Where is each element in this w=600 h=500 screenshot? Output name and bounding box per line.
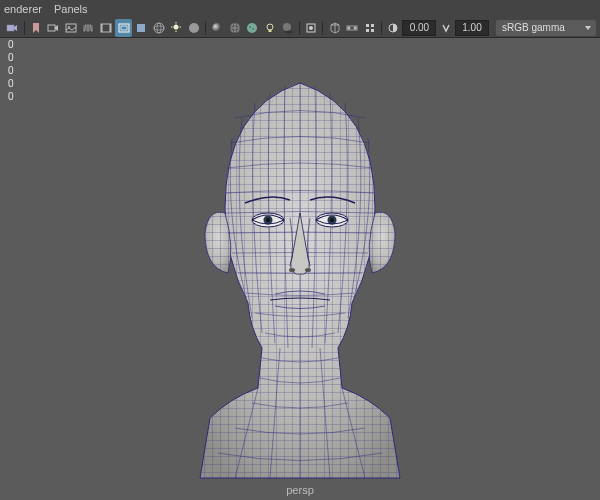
resolution-gate-icon[interactable] [115,19,132,37]
toolbar-divider [322,21,323,35]
shading-wireframe-icon[interactable] [150,19,167,37]
svg-rect-2 [48,25,55,31]
svg-point-31 [348,26,351,29]
svg-rect-7 [101,24,103,32]
svg-point-45 [305,268,311,272]
svg-point-16 [189,23,199,33]
toolbar-divider [205,21,206,35]
stat-value: 0 [8,90,14,103]
stat-value: 0 [8,38,14,51]
svg-rect-35 [366,29,369,32]
stat-value: 0 [8,64,14,77]
image-plane-icon[interactable] [63,19,80,37]
grid-icon[interactable] [80,19,97,37]
svg-rect-10 [121,26,127,30]
stat-value: 0 [8,77,14,90]
svg-marker-1 [14,25,17,31]
xray-joints-icon[interactable] [344,19,361,37]
svg-point-13 [154,26,164,30]
svg-point-26 [283,23,291,31]
svg-rect-0 [7,25,14,31]
svg-point-17 [212,23,222,33]
svg-rect-11 [137,24,145,32]
mesh-head-wireframe [140,48,460,488]
component-icon[interactable] [361,19,378,37]
svg-point-40 [266,218,270,222]
exposure-field[interactable] [402,20,436,36]
textured-icon[interactable] [244,19,261,37]
smooth-shade-icon[interactable] [209,19,226,37]
svg-point-15 [174,24,179,29]
camera-attr-icon[interactable] [45,19,62,37]
svg-point-44 [289,268,295,272]
select-camera-icon[interactable] [4,19,21,37]
svg-rect-33 [366,24,369,27]
menu-renderer[interactable]: enderer [4,3,42,15]
svg-rect-34 [371,24,374,27]
svg-rect-25 [269,30,272,32]
gamma-field[interactable] [455,20,489,36]
xray-icon[interactable] [326,19,343,37]
svg-point-24 [267,24,273,30]
viewport-stats: 0 0 0 0 0 [8,38,14,103]
camera-label: persp [286,484,314,496]
svg-rect-22 [249,26,251,28]
svg-rect-36 [371,29,374,32]
toolbar-divider [381,21,382,35]
viewport[interactable]: 0 0 0 0 0 [0,38,600,500]
color-profile-dropdown[interactable]: sRGB gamma [496,20,596,36]
color-profile-label: sRGB gamma [502,22,565,33]
svg-rect-23 [252,28,254,30]
exposure-icon[interactable] [385,19,402,37]
shadows-icon[interactable] [279,19,296,37]
flat-shade-icon[interactable] [186,19,203,37]
svg-point-12 [154,23,164,33]
svg-point-14 [157,23,161,33]
svg-point-29 [309,26,313,30]
film-gate-icon[interactable] [98,19,115,37]
svg-point-18 [230,23,240,33]
wireframe-shaded-icon[interactable] [227,19,244,37]
menu-panels[interactable]: Panels [54,3,88,15]
isolate-select-icon[interactable] [303,19,320,37]
toolbar-divider [299,21,300,35]
stat-value: 0 [8,51,14,64]
bookmark-icon[interactable] [27,19,44,37]
light-icon[interactable] [168,19,185,37]
gate-mask-icon[interactable] [133,19,150,37]
toolbar-divider [24,21,25,35]
gamma-icon[interactable] [437,19,454,37]
viewport-toolbar: sRGB gamma [0,18,600,38]
svg-rect-9 [119,24,129,32]
svg-point-27 [285,30,293,33]
svg-point-32 [354,26,357,29]
use-lights-icon[interactable] [262,19,279,37]
svg-point-43 [330,218,334,222]
svg-rect-8 [110,24,112,32]
